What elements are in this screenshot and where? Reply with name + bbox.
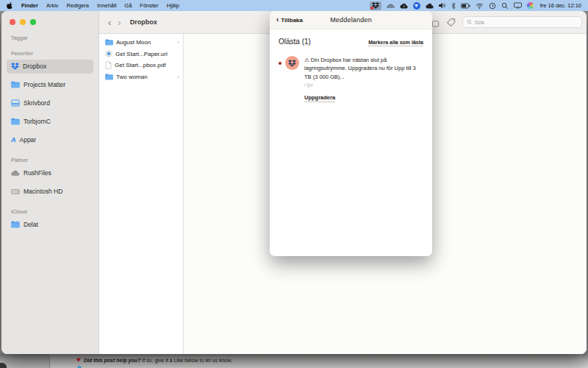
sidebar-item-label: Delat	[24, 221, 38, 228]
dropbox-notifications-panel: Meddelanden ‹ Tillbaka Olästa (1) Marker…	[270, 11, 432, 256]
share-icon[interactable]	[431, 18, 440, 27]
forward-button[interactable]: ›	[118, 18, 121, 27]
sidebar-item-dropbox[interactable]: Dropbox	[7, 60, 93, 74]
desktop-icon	[11, 99, 20, 107]
notification-timestamp: i fjol	[304, 82, 423, 88]
color-wheel-icon[interactable]	[527, 2, 534, 9]
menu-hjalp[interactable]: Hjälp	[167, 2, 179, 9]
dropbox-icon	[11, 63, 19, 70]
dropbox-avatar	[285, 56, 299, 70]
url-file-icon	[105, 50, 112, 57]
minimize-button[interactable]	[20, 19, 26, 25]
folder-icon	[105, 74, 113, 80]
battery-icon[interactable]	[461, 1, 470, 10]
sidebar-item-label: Macintosh HD	[24, 188, 62, 195]
unread-dot	[279, 62, 282, 65]
tag-icon[interactable]	[446, 18, 456, 27]
sidebar-item-label: Dropbox	[23, 63, 46, 70]
folder-icon	[11, 81, 20, 88]
dropbox-status-icon[interactable]	[370, 1, 381, 10]
menu-innehall[interactable]: Innehåll	[97, 2, 116, 9]
pdf-file-icon	[105, 61, 112, 69]
menu-bar: Finder Arkiv Redigera Innehåll Gå Fönste…	[0, 0, 588, 11]
panel-header: Meddelanden ‹ Tillbaka	[270, 11, 432, 29]
bluetooth-icon[interactable]	[451, 1, 456, 10]
menu-clock[interactable]: fre 16 dec. 12:10	[540, 2, 581, 9]
file-row-get-start-pbox-pdf[interactable]: Get Start...pbox.pdf	[99, 60, 183, 71]
panel-title: Meddelanden	[270, 16, 432, 24]
file-column: August Moon › Get Start...Paper.url Get …	[99, 34, 184, 354]
upgrade-link[interactable]: Uppgradera	[304, 94, 335, 102]
file-row-two-woman[interactable]: Two woman ›	[99, 71, 183, 83]
apps-icon: A	[11, 136, 16, 144]
file-name: August Moon	[116, 39, 151, 46]
menu-arkiv[interactable]: Arkiv	[46, 2, 59, 9]
notification-badge	[370, 7, 373, 10]
apple-icon[interactable]	[7, 1, 13, 10]
shared-folder-icon	[11, 221, 20, 228]
menu-ga[interactable]: Gå	[124, 2, 132, 9]
traffic-lights	[1, 11, 98, 25]
search-field[interactable]	[462, 16, 582, 28]
post-help-text: Did this post help you? If so, give it a…	[84, 358, 232, 363]
zoom-button[interactable]	[30, 19, 36, 25]
file-name: Get Start...pbox.pdf	[115, 62, 165, 68]
sidebar-section-platser: Platser	[11, 158, 98, 163]
wifi-icon[interactable]	[476, 1, 484, 10]
file-name: Two woman	[116, 74, 148, 80]
heart-icon: ♥	[76, 356, 81, 364]
file-name: Get Start...Paper.url	[115, 51, 168, 57]
menu-finder[interactable]: Finder	[21, 2, 38, 9]
sidebar-item-rushfiles[interactable]: RushFiles	[7, 166, 93, 180]
unread-count-label: Olästa (1)	[279, 38, 311, 46]
sidebar-section-favoriter: Favoriter	[11, 51, 98, 56]
sidebar-section-taggar: Taggar	[11, 35, 98, 40]
display-icon[interactable]	[514, 1, 522, 10]
mark-all-read-link[interactable]: Markera alla som lästa	[368, 40, 423, 46]
finder-sidebar: Taggar Favoriter Dropbox Projects Matter…	[1, 11, 99, 354]
search-icon	[467, 19, 472, 25]
sidebar-item-appar[interactable]: A Appar	[7, 133, 93, 147]
sidebar-item-label: RushFiles	[24, 169, 51, 177]
cloud-icon	[11, 170, 20, 176]
dropbox-icon	[288, 60, 296, 67]
background-window-sidebar	[0, 354, 50, 368]
folder-icon	[105, 39, 113, 46]
volume-icon[interactable]	[439, 1, 446, 10]
close-button[interactable]	[10, 19, 15, 25]
shield-icon[interactable]	[413, 2, 420, 10]
search-input[interactable]	[474, 19, 578, 26]
cloud-icon[interactable]	[426, 1, 434, 10]
sidebar-item-projects-matter[interactable]: Projects Matter	[7, 78, 93, 92]
signal-arcs-icon[interactable]	[387, 1, 395, 10]
menu-redigera[interactable]: Redigera	[67, 2, 89, 9]
sidebar-item-label: Skrivbord	[24, 99, 50, 107]
chevron-right-icon: ›	[177, 39, 179, 46]
sidebar-item-skrivbord[interactable]: Skrivbord	[7, 96, 93, 110]
folder-icon	[11, 118, 20, 125]
harddrive-icon	[11, 188, 20, 195]
spotlight-icon[interactable]	[501, 1, 509, 10]
chevron-right-icon: ›	[177, 74, 179, 80]
sidebar-item-delat[interactable]: Delat	[7, 218, 93, 232]
panel-body: Olästa (1) Markera alla som lästa ⚠ Din …	[270, 29, 432, 102]
back-button[interactable]: ‹	[108, 18, 111, 27]
sidebar-item-torbjornc[interactable]: TorbjornC	[7, 115, 93, 129]
sidebar-item-label: TorbjornC	[24, 118, 51, 125]
file-row-get-start-paper-url[interactable]: Get Start...Paper.url	[99, 49, 183, 60]
menu-fonster[interactable]: Fönster	[140, 2, 158, 9]
file-row-august-moon[interactable]: August Moon ›	[99, 37, 183, 49]
notification-item[interactable]: ⚠ Din Dropbox har nästan slut på lagring…	[279, 56, 423, 102]
history-icon[interactable]	[489, 1, 496, 10]
cloud-alert-icon[interactable]	[400, 1, 408, 10]
sidebar-item-label: Projects Matter	[24, 81, 65, 88]
background-browser-window: ♥ Did this post help you? If so, give it…	[0, 354, 588, 368]
notification-text: ⚠ Din Dropbox har nästan slut på lagring…	[304, 56, 423, 81]
sidebar-item-label: Appar	[20, 136, 37, 144]
sidebar-section-icloud: iCloud	[11, 209, 98, 214]
sidebar-item-macintosh-hd[interactable]: Macintosh HD	[7, 185, 93, 199]
window-title: Dropbox	[130, 18, 157, 26]
